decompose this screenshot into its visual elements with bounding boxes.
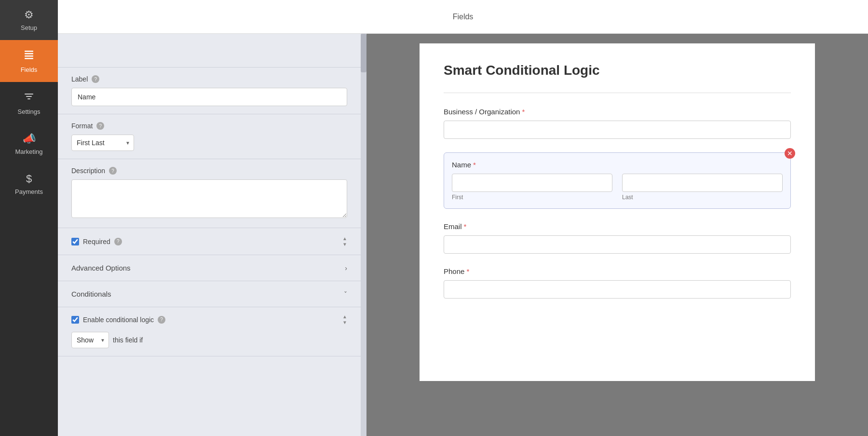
advanced-options-title: Advanced Options: [71, 264, 131, 272]
sidebar-item-fields[interactable]: Fields: [0, 40, 58, 82]
form-field-phone: Phone *: [444, 267, 791, 299]
conditional-logic-help-icon[interactable]: ?: [158, 316, 165, 324]
advanced-options-section: Advanced Options ›: [58, 255, 361, 281]
right-panel: Smart Conditional Logic Business / Organ…: [366, 34, 868, 436]
form-preview: Smart Conditional Logic Business / Organ…: [420, 43, 815, 381]
svg-rect-5: [26, 96, 32, 97]
form-field-email: Email *: [444, 222, 791, 254]
conditional-show-row: Show Hide this field if: [71, 332, 347, 348]
form-field-business: Business / Organization *: [444, 108, 791, 139]
form-divider: [444, 93, 791, 93]
sidebar-item-label: Settings: [18, 108, 41, 115]
required-checkbox[interactable]: [71, 238, 79, 245]
arrow-down: ▼: [342, 242, 347, 247]
label-text: Label: [71, 75, 88, 83]
arrow-up: ▲: [342, 236, 347, 241]
sort-arrows[interactable]: ▲ ▼: [342, 236, 347, 247]
scrollbar-track[interactable]: [361, 34, 366, 436]
required-section: Required ? ▲ ▼: [58, 228, 361, 255]
email-input[interactable]: [444, 235, 791, 254]
required-help-icon[interactable]: ?: [114, 238, 122, 245]
top-stub: [58, 39, 361, 68]
phone-label: Phone *: [444, 267, 791, 275]
sidebar-item-settings[interactable]: Settings: [0, 82, 58, 124]
left-panel: Label ? Format ? First Last Last First: [58, 34, 366, 436]
left-panel-scroll: Label ? Format ? First Last Last First: [58, 34, 366, 436]
show-select-wrapper: Show Hide: [71, 332, 109, 348]
business-required-star: *: [522, 108, 525, 116]
show-select[interactable]: Show Hide: [71, 332, 109, 348]
business-label: Business / Organization *: [444, 108, 791, 116]
main-area: Fields Label ?: [58, 0, 868, 436]
header-bar: Fields: [58, 0, 868, 34]
format-select-wrapper: First Last Last First First Only: [71, 135, 134, 151]
phone-required-star: *: [466, 267, 469, 275]
sidebar-item-label: Marketing: [15, 148, 42, 155]
description-text: Description: [71, 167, 105, 175]
svg-rect-0: [25, 51, 33, 52]
last-name-input[interactable]: [622, 174, 783, 192]
conditionals-header[interactable]: Conditionals ˅: [58, 281, 361, 307]
svg-rect-6: [27, 98, 30, 99]
first-name-col: First: [452, 174, 612, 201]
form-title: Smart Conditional Logic: [444, 63, 791, 78]
sidebar: ⚙ Setup Fields Settings 📣 Marketing: [0, 0, 58, 436]
sidebar-item-label: Setup: [21, 24, 37, 31]
phone-label-text: Phone: [444, 267, 464, 275]
email-label-text: Email: [444, 222, 462, 231]
format-text: Format: [71, 122, 93, 130]
first-sub-label: First: [452, 194, 612, 201]
business-label-text: Business / Organization: [444, 108, 520, 116]
this-field-if-text: this field if: [113, 336, 143, 344]
cond-arrow-down: ▼: [342, 320, 347, 325]
sidebar-item-payments[interactable]: $ Payments: [0, 164, 58, 204]
label-section: Label ?: [58, 68, 361, 114]
conditional-logic-checkbox[interactable]: [71, 316, 79, 324]
sidebar-item-marketing[interactable]: 📣 Marketing: [0, 124, 58, 164]
phone-input[interactable]: [444, 280, 791, 299]
description-textarea[interactable]: [71, 179, 347, 218]
name-required-star: *: [473, 161, 476, 169]
label-label-row: Label ?: [71, 75, 347, 83]
payments-icon: $: [26, 173, 32, 185]
conditionals-content: Enable conditional logic ? ▲ ▼ Show: [58, 307, 361, 356]
svg-rect-3: [25, 58, 33, 59]
sidebar-item-label: Payments: [15, 188, 43, 195]
last-sub-label: Last: [622, 194, 783, 201]
format-section: Format ? First Last Last First First Onl…: [58, 114, 361, 159]
business-input[interactable]: [444, 121, 791, 139]
gear-icon: ⚙: [24, 9, 34, 21]
settings-icon: [23, 91, 35, 105]
description-section: Description ?: [58, 159, 361, 228]
svg-rect-4: [25, 94, 33, 95]
marketing-icon: 📣: [23, 133, 36, 145]
sidebar-item-label: Fields: [21, 66, 38, 73]
format-select[interactable]: First Last Last First First Only: [71, 135, 134, 151]
conditional-logic-label: Enable conditional logic: [83, 316, 154, 324]
required-row: Required ? ▲ ▼: [71, 236, 347, 247]
email-required-star: *: [464, 222, 467, 231]
conditionals-section: Conditionals ˅ Enable conditional logic …: [58, 281, 361, 356]
advanced-options-chevron: ›: [345, 264, 347, 272]
sidebar-item-setup[interactable]: ⚙ Setup: [0, 0, 58, 40]
label-help-icon[interactable]: ?: [92, 75, 99, 83]
email-label: Email *: [444, 222, 791, 231]
format-help-icon[interactable]: ?: [96, 122, 104, 130]
name-label: Name *: [452, 161, 783, 169]
cond-arrow-up: ▲: [342, 314, 347, 319]
conditional-sort-arrows[interactable]: ▲ ▼: [342, 314, 347, 325]
conditionals-title: Conditionals: [71, 290, 111, 298]
advanced-options-header[interactable]: Advanced Options ›: [58, 255, 361, 281]
svg-rect-2: [25, 55, 33, 57]
label-input[interactable]: [71, 88, 347, 106]
fields-icon: [23, 49, 35, 63]
content-area: Label ? Format ? First Last Last First: [58, 34, 868, 436]
description-help-icon[interactable]: ?: [109, 167, 117, 175]
form-field-name: ✕ Name * First Last: [444, 152, 791, 209]
name-field-delete-button[interactable]: ✕: [785, 148, 795, 159]
first-name-input[interactable]: [452, 174, 612, 192]
description-label-row: Description ?: [71, 167, 347, 175]
conditionals-chevron: ˅: [344, 290, 347, 298]
last-name-col: Last: [622, 174, 783, 201]
format-label-row: Format ?: [71, 122, 347, 130]
